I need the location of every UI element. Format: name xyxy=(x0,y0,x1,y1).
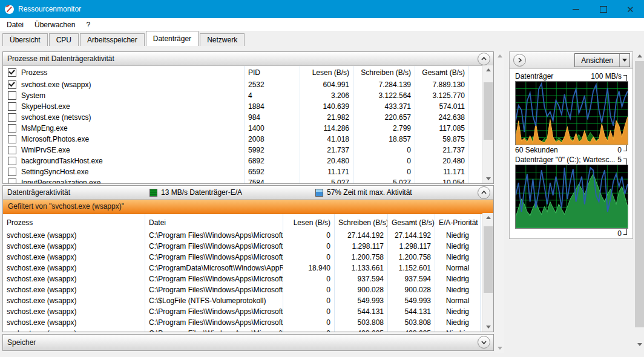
panel-scrollbar[interactable] xyxy=(635,51,644,349)
column-prozess[interactable]: Prozess xyxy=(3,214,145,231)
scroll-down-button[interactable] xyxy=(483,323,493,332)
collapse-button[interactable] xyxy=(478,186,490,199)
scroll-down-button[interactable] xyxy=(495,344,504,353)
row-checkbox[interactable] xyxy=(8,168,16,176)
tab-arbeitsspeicher[interactable]: Arbeitsspeicher xyxy=(80,33,145,46)
column-lesen[interactable]: Lesen (B/s) xyxy=(283,214,335,231)
activity-row[interactable]: svchost.exe (wsappx)C:\Program Files\Win… xyxy=(3,328,483,332)
scroll-up-icon xyxy=(637,54,642,57)
tabbar: ÜbersichtCPUArbeitsspeicherDatenträgerNe… xyxy=(0,31,644,46)
activity-table-body: svchost.exe (wsappx)C:\Program Files\Win… xyxy=(3,230,483,332)
file-path: C:\Program Files\WindowsApps\Microsoft.M… xyxy=(145,317,283,328)
tab-netzwerk[interactable]: Netzwerk xyxy=(200,33,245,46)
row-checkbox[interactable] xyxy=(8,91,16,100)
menu-help[interactable]: ? xyxy=(80,18,96,31)
activity-row[interactable]: svchost.exe (wsappx)C:\$LogFile (NTFS-Vo… xyxy=(3,295,483,306)
legend-max-activity: 57% Zeit mit max. Aktivität xyxy=(315,188,412,197)
activity-scrollbar[interactable] xyxy=(482,213,493,332)
column-gesamt[interactable]: Gesamt (B/s) xyxy=(388,214,435,231)
scrollbar-thumb[interactable] xyxy=(484,82,493,140)
row-checkbox[interactable] xyxy=(8,124,16,133)
expand-panel-button[interactable] xyxy=(513,54,526,67)
menu-datei[interactable]: Datei xyxy=(1,18,29,31)
legend-blue-icon xyxy=(315,189,323,197)
file-path: C:\Program Files\WindowsApps\Microsoft.M… xyxy=(145,284,283,295)
tab-übersicht[interactable]: Übersicht xyxy=(2,33,48,46)
section-processes-header[interactable]: Prozesse mit Datenträgeraktivität xyxy=(3,52,493,66)
activity-row[interactable]: svchost.exe (wsappx)C:\Program Files\Win… xyxy=(3,306,483,317)
column-prozess[interactable]: Prozess xyxy=(3,66,245,79)
process-name: svchost.exe (wsappx) xyxy=(3,241,145,252)
main-scrollbar[interactable] xyxy=(495,51,504,353)
maximize-button[interactable] xyxy=(590,0,617,18)
scrollbar-thumb[interactable] xyxy=(635,61,644,327)
activity-row[interactable]: svchost.exe (wsappx)C:\Program Files\Win… xyxy=(3,230,483,241)
activity-row[interactable]: svchost.exe (wsappx)C:\Program Files\Win… xyxy=(3,252,483,263)
scroll-up-button[interactable] xyxy=(483,213,493,222)
column-prioritaet[interactable]: E/A-Priorität xyxy=(435,214,481,231)
process-row[interactable]: SkypeHost.exe1884140.639433.371574.011 xyxy=(3,101,483,112)
column-schreiben[interactable]: Schreiben (B/s) xyxy=(353,66,415,79)
row-checkbox[interactable] xyxy=(8,113,16,122)
expand-button[interactable] xyxy=(478,336,490,349)
process-row[interactable]: svchost.exe (netsvcs)98421.982220.657242… xyxy=(3,112,483,123)
process-row[interactable]: MsMpEng.exe1400114.2862.799117.085 xyxy=(3,123,483,134)
charts-toolbar: Ansichten xyxy=(510,52,632,69)
views-button[interactable]: Ansichten xyxy=(574,53,630,67)
app-icon xyxy=(4,4,15,15)
io-priority: Normal xyxy=(435,295,481,306)
row-checkbox[interactable] xyxy=(8,157,16,165)
chart-title: Datenträger "0" (C:); Wartesc... xyxy=(515,156,615,164)
activity-row[interactable]: svchost.exe (wsappx)C:\Program Files\Win… xyxy=(3,317,483,328)
process-row[interactable]: System43.2063.122.5643.125.770 xyxy=(3,90,483,101)
row-checkbox[interactable] xyxy=(8,80,16,89)
views-button-label: Ansichten xyxy=(575,56,619,65)
column-pid[interactable]: PID xyxy=(245,66,300,79)
views-dropdown[interactable] xyxy=(619,54,629,67)
process-row[interactable]: InputPersonalization.exe75845.0275.02710… xyxy=(3,177,483,183)
scroll-up-button[interactable] xyxy=(483,65,493,74)
process-name: svchost.exe (wsappx) xyxy=(3,230,145,241)
process-row[interactable]: WmiPrvSE.exe599221.737021.737 xyxy=(3,145,483,156)
row-checkbox[interactable] xyxy=(8,178,16,183)
chevron-up-icon xyxy=(481,57,487,61)
collapse-button[interactable] xyxy=(478,53,490,65)
io-priority: Normal xyxy=(435,263,481,273)
filter-bar[interactable]: Gefiltert von "svchost.exe (wsappx)" xyxy=(3,200,493,214)
activity-row[interactable]: svchost.exe (wsappx)C:\ProgramData\Micro… xyxy=(3,263,483,273)
process-name: SkypeHost.exe xyxy=(21,101,70,112)
chevron-up-icon xyxy=(481,191,487,194)
column-schreiben[interactable]: Schreiben (B/s) xyxy=(335,214,388,231)
row-checkbox[interactable] xyxy=(8,135,16,143)
scale-bracket xyxy=(623,145,627,151)
minimize-button[interactable] xyxy=(562,0,590,18)
section-activity-header[interactable]: Datenträgeraktivität 13 MB/s Datenträger… xyxy=(3,186,493,200)
activity-row[interactable]: svchost.exe (wsappx)C:\Program Files\Win… xyxy=(3,273,483,284)
column-gesamt[interactable]: Gesamt (B/s) xyxy=(415,66,469,79)
io-priority: Niedrig xyxy=(435,317,481,328)
processes-scrollbar[interactable] xyxy=(482,65,493,183)
scroll-up-button[interactable] xyxy=(495,51,504,61)
menu-ueberwachen[interactable]: Überwachen xyxy=(29,18,80,31)
scroll-down-button[interactable] xyxy=(483,174,493,183)
scrollbar-thumb[interactable] xyxy=(484,226,493,293)
section-title: Prozesse mit Datenträgeraktivität xyxy=(7,54,114,63)
tab-cpu[interactable]: CPU xyxy=(49,33,79,46)
column-datei[interactable]: Datei xyxy=(145,214,283,231)
row-checkbox[interactable] xyxy=(8,102,16,111)
activity-table-header: Prozess Datei Lesen (B/s) Schreiben (B/s… xyxy=(3,214,493,231)
column-lesen[interactable]: Lesen (B/s) xyxy=(300,66,353,79)
process-row[interactable]: Microsoft.Photos.exe200841.01818.85759.8… xyxy=(3,134,483,145)
scroll-up-button[interactable] xyxy=(635,51,644,61)
activity-row[interactable]: svchost.exe (wsappx)C:\Program Files\Win… xyxy=(3,241,483,252)
process-row[interactable]: SettingSyncHost.exe659211.171011.171 xyxy=(3,166,483,177)
row-checkbox[interactable] xyxy=(8,146,16,154)
close-button[interactable]: ✕ xyxy=(617,0,644,18)
select-all-checkbox[interactable] xyxy=(8,68,16,77)
process-row[interactable]: svchost.exe (wsappx)2532604.9917.284.139… xyxy=(3,79,483,90)
scroll-down-button[interactable] xyxy=(635,340,644,349)
tab-datenträger[interactable]: Datenträger xyxy=(146,31,199,46)
section-memory-header[interactable]: Speicher xyxy=(3,335,493,350)
process-row[interactable]: backgroundTaskHost.exe689220.480020.480 xyxy=(3,156,483,166)
activity-row[interactable]: svchost.exe (wsappx)C:\Program Files\Win… xyxy=(3,284,483,295)
